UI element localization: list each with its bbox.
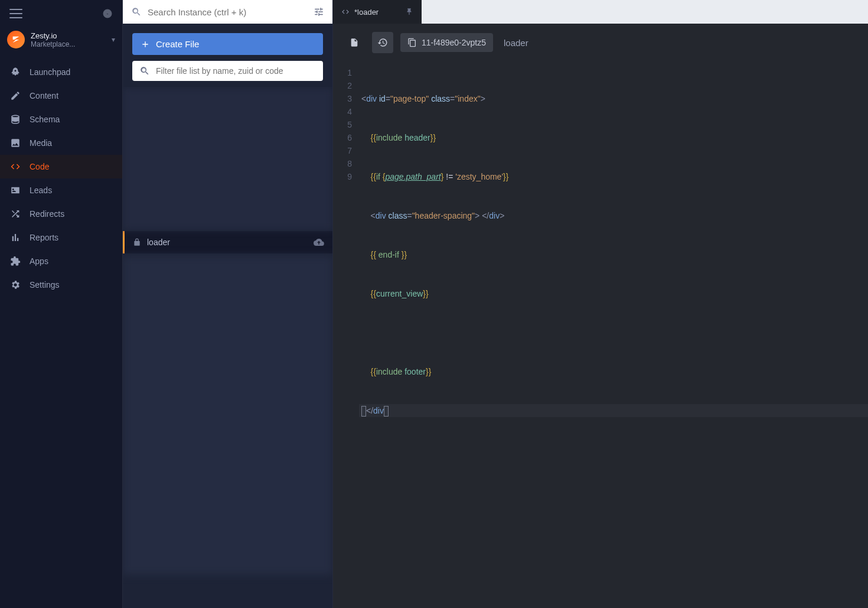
- nav-settings[interactable]: Settings: [0, 273, 122, 297]
- zuid-chip[interactable]: 11-f489e0-2vptz5: [400, 33, 493, 52]
- nav-label: Reports: [30, 233, 58, 242]
- search-icon: [139, 66, 150, 76]
- create-file-label: Create File: [156, 39, 199, 49]
- code-body[interactable]: <div id="page-top" class="index"> {{incl…: [359, 61, 868, 608]
- gear-icon: [9, 279, 21, 291]
- editor-main: *loader 11-f489e0-2vptz5 loader 1 2 3 4 …: [333, 0, 868, 608]
- history-button[interactable]: [372, 32, 393, 53]
- nav-label: Media: [30, 138, 52, 148]
- nav-apps[interactable]: Apps: [0, 249, 122, 273]
- code-icon: [341, 8, 350, 16]
- nav-label: Settings: [30, 280, 60, 290]
- code-icon: [9, 161, 21, 173]
- rocket-icon: [9, 66, 21, 78]
- instance-selector[interactable]: Zesty.io Marketplace... ▾: [0, 27, 122, 57]
- instance-name: Marketplace...: [31, 40, 106, 48]
- line-gutter: 1 2 3 4 5 6 7 8 9: [333, 61, 359, 608]
- filter-input[interactable]: [156, 66, 316, 76]
- blurred-files: [123, 256, 332, 575]
- nav-redirects[interactable]: Redirects: [0, 202, 122, 226]
- tab-loader[interactable]: *loader: [333, 0, 422, 24]
- nav-label: Apps: [30, 256, 48, 266]
- code-editor[interactable]: 1 2 3 4 5 6 7 8 9 <div id="page-top" cla…: [333, 61, 868, 608]
- primary-nav: Launchpad Content Schema Media Code Lead…: [0, 57, 122, 608]
- chevron-down-icon: ▾: [112, 35, 115, 44]
- puzzle-icon: [9, 255, 21, 267]
- plus-icon: [141, 40, 150, 49]
- cloud-upload-icon[interactable]: [314, 237, 324, 248]
- bar-chart-icon: [9, 232, 21, 243]
- zesty-logo-icon: [102, 8, 113, 19]
- nav-launchpad[interactable]: Launchpad: [0, 60, 122, 84]
- nav-label: Launchpad: [30, 67, 70, 77]
- nav-label: Leads: [30, 186, 52, 195]
- file-label: loader: [504, 38, 528, 48]
- brand-name: Zesty.io: [31, 31, 106, 40]
- shuffle-icon: [9, 208, 21, 220]
- nav-schema[interactable]: Schema: [0, 108, 122, 131]
- file-panel: Create File loader: [123, 0, 333, 608]
- pin-icon[interactable]: [405, 8, 413, 16]
- zuid-value: 11-f489e0-2vptz5: [422, 38, 486, 47]
- tab-title: *loader: [354, 8, 378, 17]
- nav-leads[interactable]: Leads: [0, 178, 122, 202]
- instance-logo-icon: [7, 31, 25, 48]
- search-input[interactable]: [148, 7, 308, 17]
- file-type-button[interactable]: [344, 32, 365, 53]
- image-icon: [9, 137, 21, 149]
- database-icon: [9, 113, 21, 125]
- nav-label: Schema: [30, 115, 60, 124]
- filter-box: [132, 61, 323, 81]
- lock-icon: [133, 238, 141, 246]
- tab-bar: *loader: [333, 0, 868, 24]
- file-list[interactable]: loader: [123, 87, 332, 608]
- nav-media[interactable]: Media: [0, 131, 122, 155]
- menu-toggle[interactable]: [9, 9, 22, 18]
- id-icon: [9, 184, 21, 196]
- file-name: loader: [147, 238, 170, 247]
- nav-label: Content: [30, 91, 58, 100]
- nav-reports[interactable]: Reports: [0, 226, 122, 249]
- sidebar: Zesty.io Marketplace... ▾ Launchpad Cont…: [0, 0, 123, 608]
- tune-icon[interactable]: [314, 6, 324, 17]
- pencil-icon: [9, 90, 21, 102]
- nav-label: Code: [30, 162, 49, 171]
- cursor: [361, 406, 366, 417]
- create-file-button[interactable]: Create File: [132, 33, 323, 55]
- cursor: [384, 406, 389, 417]
- nav-label: Redirects: [30, 209, 64, 219]
- nav-content[interactable]: Content: [0, 84, 122, 108]
- search-icon: [131, 6, 142, 17]
- global-search: [123, 0, 332, 24]
- file-item-loader[interactable]: loader: [123, 231, 332, 253]
- copy-icon: [407, 38, 417, 47]
- editor-toolbar: 11-f489e0-2vptz5 loader: [333, 24, 868, 61]
- nav-code[interactable]: Code: [0, 155, 122, 178]
- blurred-files: [123, 88, 332, 230]
